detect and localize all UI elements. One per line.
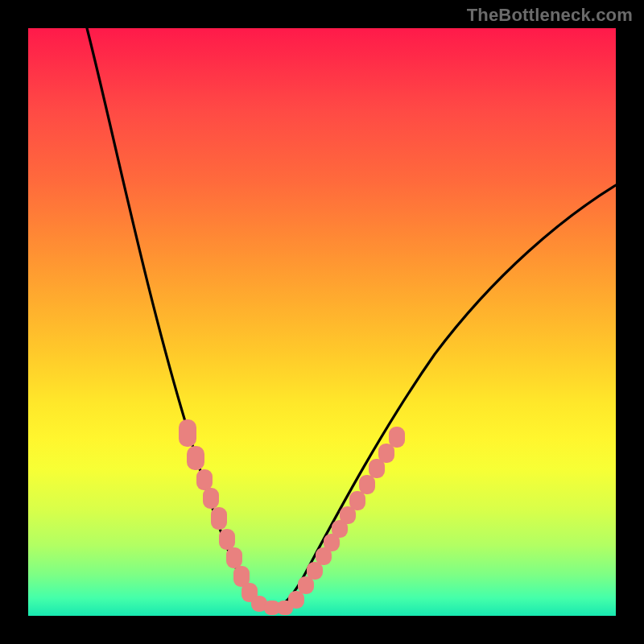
chart-frame: TheBottleneck.com xyxy=(0,0,644,644)
svg-rect-0 xyxy=(179,419,196,447)
svg-rect-4 xyxy=(211,507,227,530)
svg-rect-2 xyxy=(196,469,213,490)
svg-rect-22 xyxy=(378,444,394,463)
svg-rect-20 xyxy=(359,475,375,494)
svg-rect-19 xyxy=(349,491,365,510)
svg-rect-6 xyxy=(226,547,242,568)
marker-cluster xyxy=(179,419,405,615)
svg-rect-23 xyxy=(389,427,405,448)
watermark-text: TheBottleneck.com xyxy=(467,5,633,26)
svg-rect-3 xyxy=(203,488,219,509)
svg-rect-5 xyxy=(219,529,235,550)
svg-rect-1 xyxy=(187,446,204,470)
svg-rect-12 xyxy=(288,591,304,609)
curve-layer xyxy=(0,0,644,644)
